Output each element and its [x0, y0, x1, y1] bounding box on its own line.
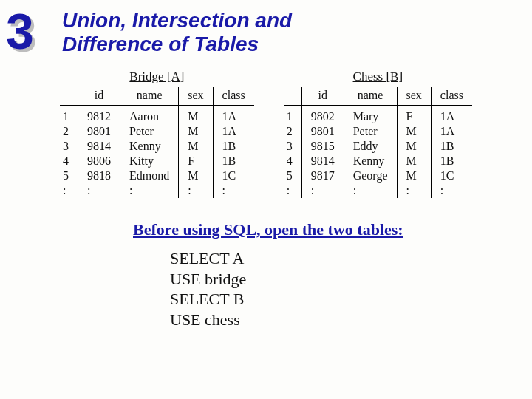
code-block: SELECT A USE bridge SELECT B USE chess — [170, 248, 532, 330]
cell-class: 1A — [213, 106, 254, 125]
cell-name: George — [344, 168, 397, 183]
cell-class: 1C — [213, 168, 254, 183]
cell-name: Peter — [120, 124, 179, 139]
col-rownum — [60, 87, 78, 106]
cell-class: 1C — [431, 168, 472, 183]
cell-name: : — [120, 183, 179, 198]
cell-class: 1A — [213, 124, 254, 139]
cell-class: 1B — [213, 139, 254, 154]
table-row: 1 9802 Mary F 1A — [284, 106, 472, 125]
table-bridge: Bridge [A] id name sex class 1 9812 Aaro… — [60, 69, 254, 198]
cell-rownum: 4 — [284, 154, 302, 168]
cell-name: Edmond — [120, 168, 179, 183]
col-sex-header: sex — [397, 87, 431, 106]
table-bridge-caption: Bridge [A] — [60, 69, 254, 84]
cell-id: 9818 — [78, 168, 120, 183]
col-class-header: class — [213, 87, 254, 106]
cell-name: : — [344, 183, 397, 198]
slide-number-main: 3 — [6, 6, 34, 56]
cell-sex: M — [397, 139, 431, 154]
cell-sex: M — [179, 139, 213, 154]
table-row: 5 9817 George M 1C — [284, 168, 472, 183]
table-row: id name sex class — [284, 87, 472, 106]
table-bridge-grid: id name sex class 1 9812 Aaron M 1A 2 98… — [60, 87, 254, 198]
cell-sex: : — [397, 183, 431, 198]
cell-rownum: 2 — [284, 124, 302, 139]
cell-class: 1B — [431, 154, 472, 168]
cell-id: 9812 — [78, 106, 120, 125]
slide-title: Union, Intersection and Difference of Ta… — [59, 6, 292, 56]
table-chess-caption: Chess [B] — [284, 69, 472, 84]
cell-class: 1A — [431, 124, 472, 139]
cell-sex: : — [179, 183, 213, 198]
table-row: 1 9812 Aaron M 1A — [60, 106, 254, 125]
col-sex-header: sex — [179, 87, 213, 106]
cell-sex: M — [397, 154, 431, 168]
cell-id: 9806 — [78, 154, 120, 168]
cell-class: 1B — [431, 139, 472, 154]
cell-id: 9815 — [301, 139, 344, 154]
cell-name: Peter — [344, 124, 397, 139]
cell-rownum: 1 — [284, 106, 302, 125]
cell-rownum: 5 — [60, 168, 78, 183]
code-line: USE bridge — [170, 269, 532, 290]
slide-number: 3 3 — [6, 6, 59, 59]
table-row: 3 9815 Eddy M 1B — [284, 139, 472, 154]
cell-id: 9802 — [301, 106, 344, 125]
table-row: 4 9814 Kenny M 1B — [284, 154, 472, 168]
cell-sex: M — [179, 106, 213, 125]
table-row: : : : : : — [60, 183, 254, 198]
cell-id: 9801 — [78, 124, 120, 139]
table-row: 3 9814 Kenny M 1B — [60, 139, 254, 154]
cell-sex: M — [179, 168, 213, 183]
cell-sex: F — [179, 154, 213, 168]
instruction-text: Before using SQL, open the two tables: — [133, 220, 532, 239]
cell-rownum: 4 — [60, 154, 78, 168]
cell-rownum: 3 — [284, 139, 302, 154]
cell-rownum: 5 — [284, 168, 302, 183]
cell-name: Aaron — [120, 106, 179, 125]
table-row: 5 9818 Edmond M 1C — [60, 168, 254, 183]
cell-rownum: 3 — [60, 139, 78, 154]
cell-id: 9814 — [78, 139, 120, 154]
cell-id: : — [301, 183, 344, 198]
code-line: USE chess — [170, 310, 532, 330]
cell-rownum: : — [60, 183, 78, 198]
col-class-header: class — [431, 87, 472, 106]
col-rownum — [284, 87, 302, 106]
table-row: 4 9806 Kitty F 1B — [60, 154, 254, 168]
cell-id: 9817 — [301, 168, 344, 183]
table-chess: Chess [B] id name sex class 1 9802 Mary … — [284, 69, 472, 198]
table-row: 2 9801 Peter M 1A — [60, 124, 254, 139]
cell-class: : — [213, 183, 254, 198]
cell-rownum: 2 — [60, 124, 78, 139]
code-line: SELECT A — [170, 248, 532, 269]
cell-name: Kenny — [344, 154, 397, 168]
cell-sex: M — [179, 124, 213, 139]
cell-class: 1A — [431, 106, 472, 125]
cell-rownum: : — [284, 183, 302, 198]
col-name-header: name — [344, 87, 397, 106]
table-row: : : : : : — [284, 183, 472, 198]
code-line: SELECT B — [170, 289, 532, 310]
table-chess-grid: id name sex class 1 9802 Mary F 1A 2 980… — [284, 87, 472, 198]
cell-sex: F — [397, 106, 431, 125]
cell-name: Mary — [344, 106, 397, 125]
col-id-header: id — [78, 87, 120, 106]
tables-container: Bridge [A] id name sex class 1 9812 Aaro… — [0, 69, 532, 198]
table-row: id name sex class — [60, 87, 254, 106]
col-id-header: id — [301, 87, 344, 106]
title-line-1: Union, Intersection and — [62, 9, 292, 32]
cell-name: Eddy — [344, 139, 397, 154]
slide-header: 3 3 Union, Intersection and Difference o… — [0, 0, 532, 59]
cell-sex: M — [397, 168, 431, 183]
cell-name: Kenny — [120, 139, 179, 154]
cell-id: 9814 — [301, 154, 344, 168]
cell-class: 1B — [213, 154, 254, 168]
cell-id: : — [78, 183, 120, 198]
cell-name: Kitty — [120, 154, 179, 168]
table-row: 2 9801 Peter M 1A — [284, 124, 472, 139]
col-name-header: name — [120, 87, 179, 106]
cell-sex: M — [397, 124, 431, 139]
cell-class: : — [431, 183, 472, 198]
